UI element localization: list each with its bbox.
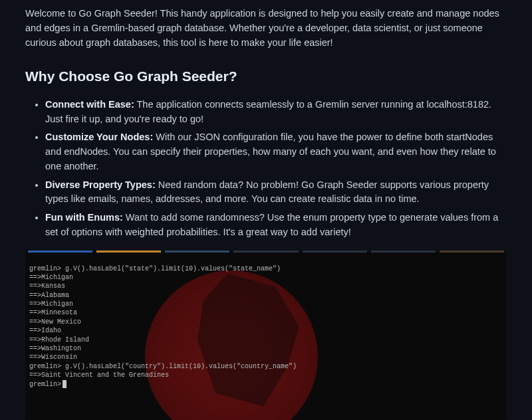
feature-list: Connect with Ease: The application conne…: [25, 98, 507, 240]
feature-title: Customize Your Nodes:: [45, 132, 153, 142]
terminal-screenshot: gremlin> g.V().hasLabel("state").limit(1…: [25, 251, 507, 421]
feature-title: Fun with Enums:: [45, 212, 123, 223]
why-heading: Why Choose Go Graph Seeder?: [25, 66, 507, 87]
feature-title: Diverse Property Types:: [45, 179, 156, 190]
terminal-topbar: [25, 251, 507, 253]
feature-title: Connect with Ease:: [45, 99, 134, 110]
list-item: Fun with Enums: Want to add some randomn…: [45, 211, 507, 240]
list-item: Diverse Property Types: Need random data…: [45, 178, 507, 207]
document-content: Welcome to Go Graph Seeder! This handy a…: [12, 0, 520, 420]
terminal-output: gremlin> g.V().hasLabel("state").limit(1…: [29, 264, 503, 389]
cursor-icon: [63, 380, 66, 388]
terminal-background: gremlin> g.V().hasLabel("state").limit(1…: [25, 254, 507, 421]
intro-paragraph: Welcome to Go Graph Seeder! This handy a…: [25, 7, 507, 50]
list-item: Connect with Ease: The application conne…: [45, 98, 507, 127]
list-item: Customize Your Nodes: With our JSON conf…: [45, 130, 507, 173]
